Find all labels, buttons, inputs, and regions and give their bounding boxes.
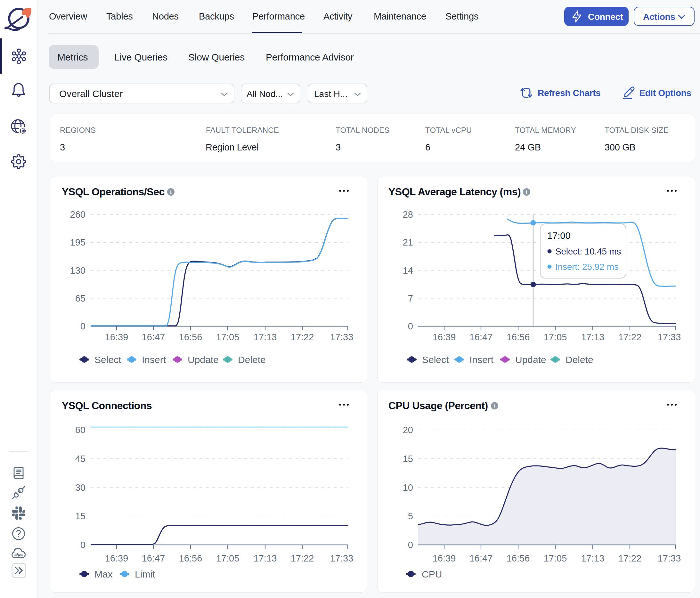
svg-text:17:22: 17:22 (291, 553, 314, 564)
svg-text:16:56: 16:56 (506, 332, 530, 342)
svg-text:17:05: 17:05 (544, 332, 567, 342)
svg-text:260: 260 (70, 209, 85, 219)
svg-text:16:47: 16:47 (470, 553, 493, 564)
svg-text:20: 20 (403, 425, 413, 435)
svg-text:15: 15 (403, 453, 413, 464)
svg-text:17:05: 17:05 (544, 553, 567, 564)
svg-text:0: 0 (408, 540, 413, 550)
svg-text:Delete: Delete (566, 355, 593, 365)
svg-text:16:56: 16:56 (506, 553, 530, 564)
svg-text:Insert: Insert (470, 355, 494, 365)
svg-text:60: 60 (75, 425, 85, 435)
svg-text:17:33: 17:33 (330, 553, 353, 564)
svg-text:15: 15 (75, 511, 85, 521)
svg-text:16:39: 16:39 (433, 332, 456, 342)
svg-text:17:13: 17:13 (254, 553, 277, 564)
svg-text:16:56: 16:56 (179, 332, 202, 342)
svg-text:0: 0 (80, 540, 85, 550)
svg-text:16:39: 16:39 (105, 553, 128, 564)
svg-text:0: 0 (80, 321, 85, 331)
svg-text:195: 195 (70, 237, 85, 248)
svg-text:17:33: 17:33 (658, 332, 681, 342)
svg-text:Select: Select (422, 355, 449, 365)
svg-text:17:13: 17:13 (581, 553, 605, 564)
svg-text:10: 10 (403, 483, 413, 493)
svg-text:Update: Update (515, 355, 546, 365)
svg-text:30: 30 (75, 483, 85, 493)
svg-text:16:39: 16:39 (105, 332, 128, 342)
svg-text:16:47: 16:47 (470, 332, 493, 342)
svg-text:Insert: 25.92 ms: Insert: 25.92 ms (555, 262, 619, 272)
svg-text:28: 28 (403, 209, 413, 219)
svg-text:17:22: 17:22 (618, 553, 642, 564)
svg-text:16:56: 16:56 (179, 553, 202, 564)
svg-text:65: 65 (75, 293, 85, 304)
svg-text:17:13: 17:13 (254, 332, 277, 342)
svg-text:16:39: 16:39 (433, 553, 456, 564)
svg-text:130: 130 (70, 265, 85, 276)
svg-text:Delete: Delete (238, 355, 266, 365)
svg-text:5: 5 (408, 511, 413, 521)
svg-text:Select: Select (95, 355, 121, 365)
svg-text:Limit: Limit (135, 569, 155, 579)
svg-text:17:13: 17:13 (581, 332, 605, 342)
svg-text:17:33: 17:33 (330, 332, 353, 342)
svg-text:17:22: 17:22 (618, 332, 642, 342)
svg-text:Insert: Insert (142, 355, 166, 365)
svg-text:17:05: 17:05 (216, 553, 240, 564)
svg-text:17:00: 17:00 (547, 231, 571, 241)
svg-text:17:05: 17:05 (216, 332, 240, 342)
svg-text:CPU: CPU (422, 569, 442, 579)
svg-text:7: 7 (408, 293, 413, 304)
svg-text:45: 45 (75, 453, 85, 464)
svg-text:16:47: 16:47 (142, 553, 165, 564)
svg-text:16:47: 16:47 (142, 332, 165, 342)
svg-text:Select: 10.45 ms: Select: 10.45 ms (555, 246, 621, 256)
svg-text:17:22: 17:22 (291, 332, 314, 342)
svg-text:21: 21 (403, 237, 413, 248)
svg-text:14: 14 (403, 265, 413, 276)
svg-text:Update: Update (188, 355, 219, 365)
svg-text:17:33: 17:33 (658, 553, 681, 564)
svg-text:Max: Max (95, 569, 113, 579)
svg-text:0: 0 (408, 321, 413, 331)
